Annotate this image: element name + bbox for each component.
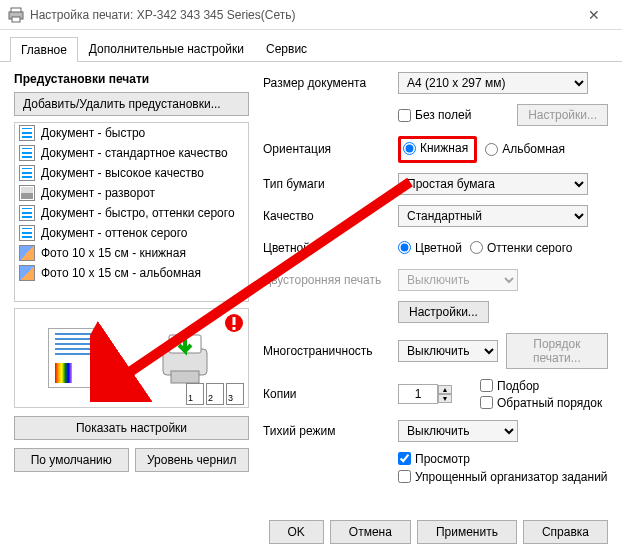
borderless-settings-button: Настройки... [517,104,608,126]
quality-select[interactable]: Стандартный [398,205,588,227]
preset-item[interactable]: Фото 10 x 15 см - альбомная [15,263,248,283]
simplified-organizer-checkbox[interactable]: Упрощенный организатор заданий [398,470,608,484]
doc-size-select[interactable]: A4 (210 x 297 мм) [398,72,588,94]
collate-checkbox[interactable]: Подбор [480,379,602,393]
color-label: Цветной [263,241,398,255]
preview-checkbox[interactable]: Просмотр [398,452,470,466]
doc-icon [19,125,35,141]
duplex-select: Выключить [398,269,518,291]
doc-icon [19,225,35,241]
copies-input[interactable]: 1 [398,384,438,404]
warning-icon [224,313,244,333]
copies-label: Копии [263,387,398,401]
preview-page-icon [48,328,98,388]
page-order-button: Порядок печати... [506,333,608,369]
preset-item[interactable]: Фото 10 x 15 см - книжная [15,243,248,263]
quiet-mode-select[interactable]: Выключить [398,420,518,442]
svg-rect-8 [233,327,236,330]
photo-icon [19,245,35,261]
landscape-radio[interactable]: Альбомная [485,142,565,156]
page-order-icon: 123 [186,383,244,405]
svg-rect-2 [12,17,20,22]
preset-item[interactable]: Документ - стандартное качество [15,143,248,163]
doc-icon [19,165,35,181]
preset-item[interactable]: Документ - быстро, оттенки серого [15,203,248,223]
svg-rect-7 [233,317,236,325]
grayscale-radio[interactable]: Оттенки серого [470,241,573,255]
paper-type-label: Тип бумаги [263,177,398,191]
preset-item[interactable]: Документ - оттенок серого [15,223,248,243]
paper-type-select[interactable]: Простая бумага [398,173,588,195]
print-preview: 123 [14,308,249,408]
svg-rect-5 [171,371,199,383]
doc-icon [19,145,35,161]
copies-spinner[interactable]: ▲▼ [438,385,452,403]
printer-icon [8,7,24,23]
orientation-label: Ориентация [263,142,398,156]
multipage-select[interactable]: Выключить [398,340,498,362]
default-button[interactable]: По умолчанию [14,448,129,472]
close-button[interactable]: ✕ [574,1,614,29]
ink-levels-button[interactable]: Уровень чернил [135,448,250,472]
window-title: Настройка печати: XP-342 343 345 Series(… [30,8,574,22]
photo-icon [19,265,35,281]
show-settings-button[interactable]: Показать настройки [14,416,249,440]
portrait-radio[interactable]: Книжная [403,141,468,155]
doc-spread-icon [19,185,35,201]
printer-preview-icon [155,331,215,386]
presets-heading: Предустановки печати [14,72,249,86]
quiet-mode-label: Тихий режим [263,424,398,438]
duplex-settings-button[interactable]: Настройки... [398,301,489,323]
add-remove-presets-button[interactable]: Добавить/Удалить предустановки... [14,92,249,116]
dialog-footer: OK Отмена Применить Справка [269,520,609,544]
doc-size-label: Размер документа [263,76,398,90]
tab-strip: Главное Дополнительные настройки Сервис [0,30,622,62]
doc-icon [19,205,35,221]
preset-item[interactable]: Документ - высокое качество [15,163,248,183]
title-bar: Настройка печати: XP-342 343 345 Series(… [0,0,622,30]
ok-button[interactable]: OK [269,520,324,544]
highlight-annotation: Книжная [398,136,477,163]
reverse-checkbox[interactable]: Обратный порядок [480,396,602,410]
preset-item[interactable]: Документ - быстро [15,123,248,143]
tab-additional[interactable]: Дополнительные настройки [78,36,255,61]
tab-service[interactable]: Сервис [255,36,318,61]
borderless-checkbox[interactable]: Без полей [398,108,471,122]
duplex-label: Двусторонняя печать [263,273,398,287]
cancel-button[interactable]: Отмена [330,520,411,544]
multipage-label: Многостраничность [263,344,398,358]
preset-list[interactable]: Документ - быстро Документ - стандартное… [14,122,249,302]
color-radio[interactable]: Цветной [398,241,462,255]
quality-label: Качество [263,209,398,223]
apply-button[interactable]: Применить [417,520,517,544]
help-button[interactable]: Справка [523,520,608,544]
tab-main[interactable]: Главное [10,37,78,62]
preset-item[interactable]: Документ - разворот [15,183,248,203]
